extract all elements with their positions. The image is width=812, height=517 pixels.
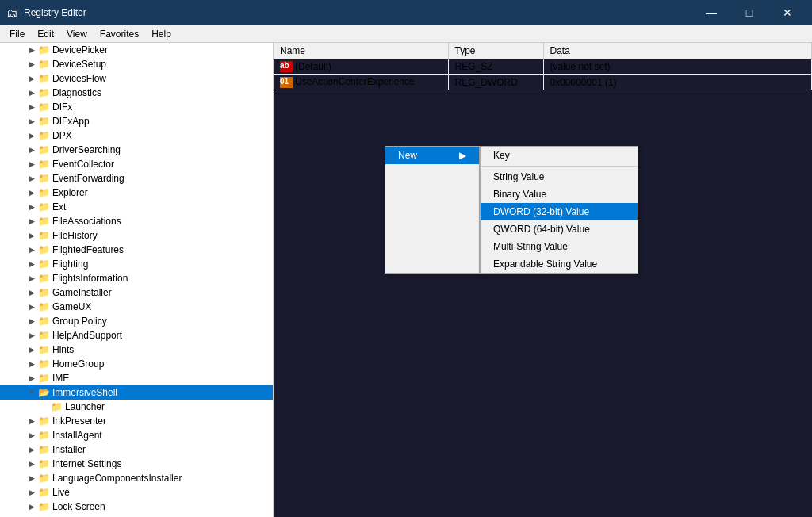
tree-expander-icon[interactable]: ▶ (25, 500, 38, 513)
tree-item[interactable]: ▶📁Live (0, 485, 273, 500)
tree-expander-icon[interactable]: ▶ (25, 229, 38, 242)
tree-expander-icon[interactable]: ▶ (25, 472, 38, 484)
menu-help[interactable]: Help (145, 27, 178, 41)
submenu-item-string-value[interactable]: String Value (481, 168, 638, 186)
tree-expander-icon[interactable]: ▶ (25, 258, 38, 270)
table-cell-name: 01UseActionCenterExperience (274, 75, 448, 90)
tree-item[interactable]: ▶📁HomeGroup (0, 357, 273, 371)
tree-item[interactable]: ▶📁EventForwarding (0, 171, 273, 186)
col-data[interactable]: Data (543, 43, 812, 59)
folder-icon: 📁 (38, 159, 50, 170)
tree-item[interactable]: ▶📁FlightedFeatures (0, 243, 273, 257)
tree-expander-icon[interactable]: ▶ (25, 58, 38, 71)
tree-expander-icon[interactable]: ▶ (25, 44, 38, 56)
tree-expander-icon[interactable]: ▶ (25, 215, 38, 228)
tree-item[interactable]: ▶📁DIFxApp (0, 114, 273, 128)
tree-item[interactable]: ▶📁Installer (0, 442, 273, 457)
tree-item[interactable]: ▶📁EventCollector (0, 157, 273, 171)
tree-item[interactable]: ▶📁DriverSearching (0, 143, 273, 157)
tree-item[interactable]: ▶📁InkPresenter (0, 414, 273, 428)
tree-item[interactable]: ▶📁Ext (0, 200, 273, 214)
tree-item-label: FileAssociations (52, 216, 121, 227)
tree-item[interactable]: ▶📁Lock Screen (0, 500, 273, 514)
tree-item[interactable]: ▶📁DevicesFlow (0, 71, 273, 86)
tree-item[interactable]: ▶📁FileHistory (0, 228, 273, 243)
tree-item[interactable]: ▶📁HelpAndSupport (0, 328, 273, 343)
tree-item[interactable]: ▶📁Internet Settings (0, 457, 273, 471)
tree-expander-icon[interactable]: ▶ (25, 172, 38, 185)
tree-item[interactable]: ▶📁DevicePicker (0, 43, 273, 57)
tree-expander-icon[interactable]: ▶ (25, 101, 38, 113)
tree-item[interactable]: ▶📁IME (0, 371, 273, 385)
tree-expander-icon[interactable]: ▶ (25, 201, 38, 213)
table-row[interactable]: ab(Default)REG_SZ(value not set) (274, 59, 812, 75)
tree-expander-icon[interactable]: ▶ (25, 415, 38, 427)
tree-panel[interactable]: ▶📁DevicePicker▶📁DeviceSetup▶📁DevicesFlow… (0, 43, 274, 517)
tree-item-label: Diagnostics (52, 87, 102, 98)
tree-expander-icon[interactable]: ▶ (25, 429, 38, 442)
tree-expander-icon[interactable]: ▶ (25, 315, 38, 327)
tree-item[interactable]: ▼📂ImmersiveShell (0, 385, 273, 400)
tree-item[interactable]: ▶📁GameUX (0, 300, 273, 314)
tree-item[interactable]: ▶📁FileAssociations (0, 214, 273, 228)
tree-item[interactable]: ▶📁DeviceSetup (0, 57, 273, 71)
context-menu-wrapper: New ▶ KeyString ValueBinary ValueDWORD (… (385, 146, 638, 274)
tree-item[interactable]: ▶📁InstallAgent (0, 428, 273, 442)
submenu-item-key[interactable]: Key (481, 147, 638, 164)
new-menu-item[interactable]: New ▶ (385, 147, 479, 164)
col-name[interactable]: Name (274, 43, 448, 59)
tree-expander-icon[interactable]: ▶ (25, 243, 38, 256)
tree-item[interactable]: ▶📁DPX (0, 128, 273, 143)
minimize-button[interactable]: — (693, 0, 730, 25)
col-type[interactable]: Type (448, 43, 543, 59)
dword-icon: 01 (280, 77, 293, 88)
submenu-item-qword-64-bit-value[interactable]: QWORD (64-bit) Value (481, 220, 638, 238)
tree-expander-icon[interactable]: ▶ (25, 486, 38, 499)
tree-expander-icon[interactable]: ▶ (25, 286, 38, 299)
tree-expander-icon[interactable] (38, 400, 51, 413)
folder-icon: 📁 (51, 401, 63, 412)
tree-expander-icon[interactable]: ▶ (25, 443, 38, 456)
tree-item[interactable]: ▶📁Hints (0, 343, 273, 357)
tree-expander-icon[interactable]: ▶ (25, 186, 38, 199)
submenu-item-multi-string-value[interactable]: Multi-String Value (481, 238, 638, 255)
tree-item-label: GameInstaller (52, 287, 112, 298)
menu-separator (481, 166, 638, 167)
tree-expander-icon[interactable]: ▶ (25, 86, 38, 99)
tree-item[interactable]: 📁Launcher (0, 400, 273, 414)
tree-expander-icon[interactable]: ▶ (25, 272, 38, 285)
table-row[interactable]: 01UseActionCenterExperienceREG_DWORD0x00… (274, 75, 812, 90)
tree-item[interactable]: ▶📁LanguageComponentsInstaller (0, 471, 273, 485)
close-button[interactable]: ✕ (769, 0, 806, 25)
submenu-item-dword-32-bit-value[interactable]: DWORD (32-bit) Value (481, 203, 638, 220)
tree-item[interactable]: ▶📁Explorer (0, 186, 273, 200)
tree-expander-icon[interactable]: ▶ (25, 358, 38, 370)
folder-icon: 📁 (38, 287, 50, 298)
tree-expander-icon[interactable]: ▶ (25, 372, 38, 385)
tree-item[interactable]: ▶📁Flighting (0, 257, 273, 271)
tree-item[interactable]: ▶📁Group Policy (0, 314, 273, 328)
submenu-item-expandable-string-value[interactable]: Expandable String Value (481, 255, 638, 273)
tree-expander-icon[interactable]: ▶ (25, 343, 38, 356)
tree-expander-icon[interactable]: ▼ (25, 386, 38, 399)
tree-expander-icon[interactable]: ▶ (25, 129, 38, 142)
menu-view[interactable]: View (60, 27, 94, 41)
menu-edit[interactable]: Edit (31, 27, 60, 41)
submenu-item-binary-value[interactable]: Binary Value (481, 186, 638, 203)
tree-item[interactable]: ▶📁DIFx (0, 100, 273, 114)
tree-item[interactable]: ▶📁Management Infrastructure (0, 514, 273, 517)
tree-item[interactable]: ▶📁Diagnostics (0, 86, 273, 100)
tree-expander-icon[interactable]: ▶ (25, 158, 38, 170)
menu-favorites[interactable]: Favorites (94, 27, 145, 41)
menu-file[interactable]: File (3, 27, 31, 41)
tree-expander-icon[interactable]: ▶ (25, 115, 38, 128)
maximize-button[interactable]: □ (731, 0, 768, 25)
tree-item[interactable]: ▶📁GameInstaller (0, 285, 273, 300)
tree-expander-icon[interactable]: ▶ (25, 301, 38, 313)
tree-expander-icon[interactable]: ▶ (25, 329, 38, 342)
tree-expander-icon[interactable]: ▶ (25, 458, 38, 470)
tree-expander-icon[interactable]: ▶ (25, 72, 38, 85)
tree-item[interactable]: ▶📁FlightsInformation (0, 271, 273, 285)
tree-expander-icon[interactable]: ▶ (25, 144, 38, 156)
tree-item-label: Live (52, 487, 70, 498)
